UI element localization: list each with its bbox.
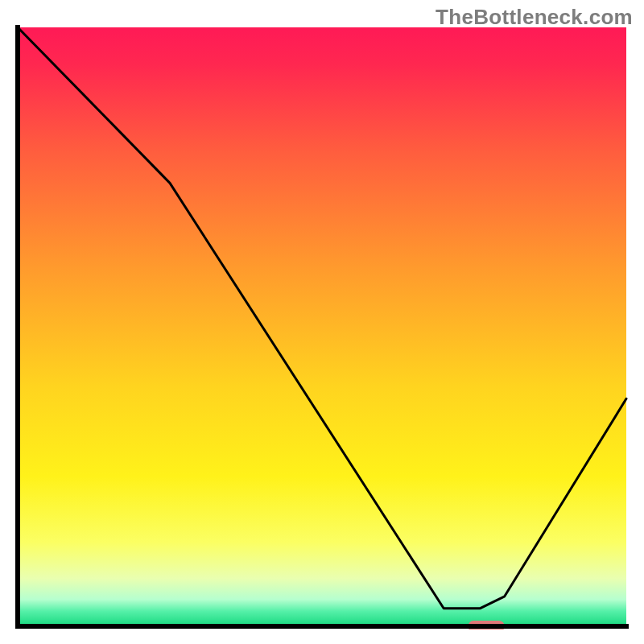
bottleneck-chart xyxy=(14,24,630,630)
chart-background xyxy=(18,27,626,626)
watermark-text: TheBottleneck.com xyxy=(436,5,633,30)
chart-svg xyxy=(14,24,630,630)
